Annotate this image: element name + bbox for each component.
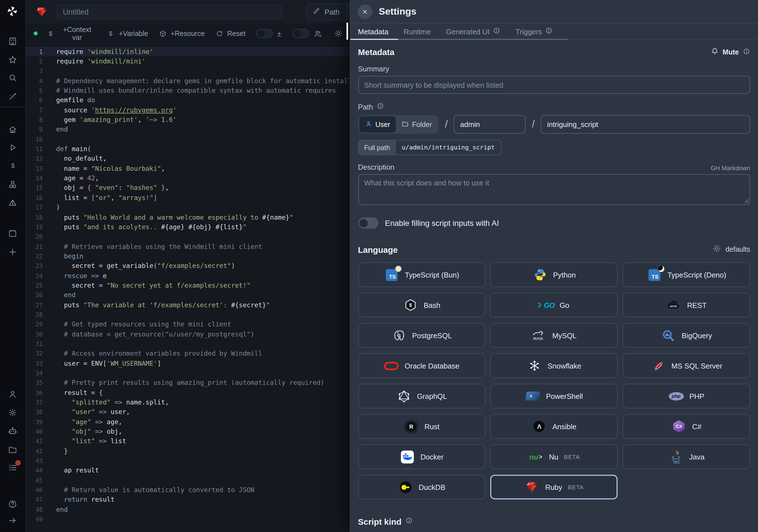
settings-content: Metadata Mute Summary Path User bbox=[350, 40, 758, 532]
language-c[interactable]: C#C# bbox=[623, 414, 750, 439]
calendar-icon[interactable] bbox=[8, 228, 18, 238]
search-icon[interactable] bbox=[8, 72, 18, 83]
code-line: 45 bbox=[25, 475, 349, 485]
language-ansible[interactable]: ΛAnsible bbox=[491, 414, 618, 439]
language-php[interactable]: phpPHP bbox=[623, 384, 750, 408]
language-bash[interactable]: $Bash bbox=[358, 293, 485, 317]
path-name-input[interactable] bbox=[541, 115, 750, 134]
wand-icon[interactable] bbox=[8, 91, 18, 101]
mssql-icon bbox=[651, 358, 666, 373]
info-icon bbox=[545, 27, 553, 36]
language-docker[interactable]: Docker bbox=[358, 444, 485, 469]
duckdb-icon bbox=[398, 479, 413, 495]
code-line: 44 ap result bbox=[25, 466, 349, 476]
ai-fill-toggle[interactable] bbox=[358, 217, 378, 229]
language-typescript-bun[interactable]: TSTypeScript (Bun) bbox=[358, 262, 485, 287]
reset-button[interactable]: Reset bbox=[215, 29, 245, 37]
close-button[interactable] bbox=[358, 4, 372, 19]
star-icon[interactable] bbox=[8, 54, 18, 65]
tab-triggers[interactable]: Triggers bbox=[515, 27, 553, 36]
editor-toolbar: $ +Context var $ +Variable +Resource Res… bbox=[25, 23, 349, 44]
multiplayer-toggle[interactable] bbox=[293, 29, 309, 38]
language-label: Ansible bbox=[553, 422, 576, 431]
line-number: 42 bbox=[25, 448, 43, 454]
mute-button[interactable]: Mute bbox=[711, 47, 750, 57]
panel-resize-handle[interactable] bbox=[346, 22, 348, 40]
tab-scrollbar[interactable] bbox=[350, 39, 758, 40]
code-line: 31 bbox=[25, 339, 349, 349]
settings-header: Settings bbox=[350, 0, 758, 23]
line-number: 15 bbox=[25, 185, 43, 191]
owner-kind-user[interactable]: User bbox=[359, 116, 396, 132]
code-line: 24 rescue => e bbox=[25, 271, 349, 281]
line-number: 49 bbox=[25, 516, 43, 522]
language-typescript-deno[interactable]: TSTypeScript (Deno) bbox=[623, 262, 750, 287]
settings-tabbar: MetadataRuntimeGenerated UITriggers bbox=[350, 23, 758, 40]
code-line: 17) bbox=[25, 202, 349, 212]
tab-metadata[interactable]: Metadata bbox=[358, 27, 388, 36]
owner-kind-folder[interactable]: Folder bbox=[396, 116, 438, 132]
language-ms-sql-server[interactable]: MS SQL Server bbox=[623, 353, 750, 378]
windmill-logo[interactable] bbox=[6, 5, 19, 18]
language-oracle-database[interactable]: Oracle Database bbox=[358, 353, 485, 378]
line-number: 27 bbox=[25, 301, 43, 308]
code-line: 41 "list" => list bbox=[25, 437, 349, 446]
language-snowflake[interactable]: Snowflake bbox=[491, 353, 618, 378]
language-rust[interactable]: RRust bbox=[358, 414, 485, 439]
people-icon[interactable] bbox=[313, 29, 322, 38]
add-resource-button[interactable]: +Resource bbox=[159, 29, 205, 37]
line-number: 47 bbox=[25, 496, 43, 503]
dollar-icon[interactable]: $ bbox=[8, 161, 18, 171]
language-nu[interactable]: nu>NuBETA bbox=[491, 444, 618, 469]
plus-icon[interactable] bbox=[8, 247, 18, 257]
code-line: 7 source 'https://rubygems.org' bbox=[25, 105, 349, 115]
robot-icon[interactable] bbox=[8, 426, 18, 436]
arrow-right-icon[interactable] bbox=[8, 515, 18, 525]
play-icon[interactable] bbox=[8, 142, 18, 152]
path-owner-input[interactable] bbox=[454, 115, 526, 134]
metadata-heading: Metadata bbox=[358, 47, 395, 57]
tab-runtime[interactable]: Runtime bbox=[403, 27, 431, 36]
list-icon[interactable] bbox=[8, 462, 18, 473]
add-variable-button[interactable]: $ +Variable bbox=[106, 29, 148, 38]
editor-settings-gear-icon[interactable] bbox=[333, 29, 343, 38]
language-rest[interactable]: HTTPREST bbox=[623, 293, 750, 317]
line-number: 21 bbox=[25, 243, 43, 250]
code-line: 32 # Access environment variables provid… bbox=[25, 349, 349, 358]
line-number: 30 bbox=[25, 331, 43, 337]
java-icon: Java bbox=[669, 449, 684, 464]
language-postgresql[interactable]: PostgreSQL bbox=[358, 323, 485, 348]
user-icon[interactable] bbox=[8, 389, 18, 399]
description-textarea[interactable] bbox=[358, 174, 750, 205]
tab-generated-ui[interactable]: Generated UI bbox=[446, 27, 500, 36]
summary-input[interactable] bbox=[358, 76, 750, 94]
code-line: 5# Windmill uses bundler/inline compatib… bbox=[25, 86, 349, 95]
language-java[interactable]: JavaJava bbox=[623, 444, 750, 469]
diff-mode-toggle[interactable] bbox=[256, 29, 273, 38]
line-number: 44 bbox=[25, 467, 43, 474]
defaults-button[interactable]: defaults bbox=[712, 244, 750, 255]
folder-icon[interactable] bbox=[8, 444, 18, 454]
language-ruby[interactable]: RubyBETA bbox=[491, 475, 618, 499]
language-mysql[interactable]: MySQLMySQL bbox=[491, 323, 618, 348]
code-editor[interactable]: 1require 'windmill/inline'2require 'wind… bbox=[25, 44, 349, 532]
language-python[interactable]: Python bbox=[491, 262, 618, 287]
script-title-input[interactable] bbox=[57, 5, 282, 19]
gear-icon[interactable] bbox=[8, 407, 18, 417]
line-number: 35 bbox=[25, 379, 43, 386]
powershell-icon: >_ bbox=[525, 388, 540, 404]
help-icon[interactable] bbox=[8, 499, 18, 509]
add-context-var-button[interactable]: $ +Context var bbox=[46, 25, 95, 41]
language-go[interactable]: GOGo bbox=[491, 293, 618, 317]
kiosk-icon[interactable] bbox=[8, 36, 18, 46]
language-powershell[interactable]: >_PowerShell bbox=[491, 384, 618, 408]
prism-icon[interactable] bbox=[8, 198, 18, 208]
language-duckdb[interactable]: DuckDB bbox=[358, 475, 485, 499]
code-line: 23 secret = get_variable("f/examples/sec… bbox=[25, 261, 349, 271]
home-icon[interactable] bbox=[8, 124, 18, 134]
code-line: 3 bbox=[25, 66, 349, 76]
cubes-icon[interactable] bbox=[8, 179, 18, 189]
pencil-icon bbox=[313, 7, 320, 17]
language-bigquery[interactable]: BigQuery bbox=[623, 323, 750, 348]
language-graphql[interactable]: GraphQL bbox=[358, 384, 485, 408]
